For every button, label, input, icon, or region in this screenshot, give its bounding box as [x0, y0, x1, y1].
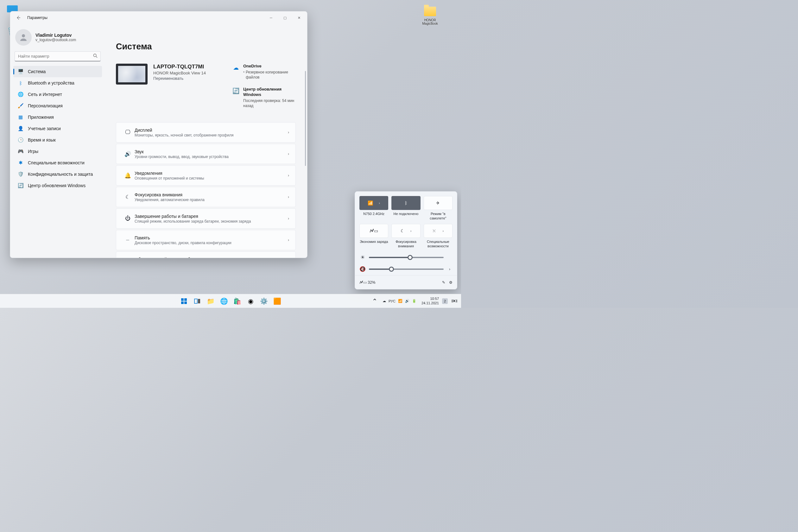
sound-icon: 🔊 [122, 151, 133, 157]
svg-point-3 [93, 54, 96, 57]
quick-tile-bluetooth[interactable]: ᛒ [392, 196, 420, 210]
volume-icon: 🔇 [359, 266, 366, 272]
quick-tile-label-saver: Экономия заряда [359, 240, 388, 249]
setting-row-storage[interactable]: ⏤ ПамятьДисковое пространство, диски, пр… [116, 230, 296, 250]
brightness-icon: ☀ [359, 254, 366, 260]
close-button[interactable]: ✕ [292, 13, 306, 22]
tray-expand[interactable]: ⌃ [371, 295, 379, 307]
back-button[interactable] [14, 13, 23, 22]
accounts-icon: 👤 [18, 126, 23, 131]
quick-tile-label-airplane: Режим "в самолете" [424, 212, 453, 221]
nav-item-gaming[interactable]: 🎮Игры [13, 146, 102, 157]
settings-sidebar: Vladimir Logutov v_logutov@outlook.com 🖥… [10, 24, 104, 258]
nav-item-privacy[interactable]: 🛡️Конфиденциальность и защита [13, 169, 102, 180]
display-icon: 🖵 [122, 129, 133, 135]
nav-item-apps[interactable]: ▦Приложения [13, 112, 102, 123]
maximize-button[interactable]: ▢ [278, 13, 292, 22]
nav-item-bluetooth[interactable]: ᛒBluetooth и устройства [13, 77, 102, 89]
setting-row-sound[interactable]: 🔊 ЗвукУровни громкости, вывод, ввод, зву… [116, 144, 296, 164]
pcmanager-button[interactable]: 🟧 [271, 295, 283, 307]
time-icon: 🕒 [18, 137, 23, 143]
nav-item-accessibility[interactable]: ✱Специальные возможности [13, 157, 102, 169]
chevron-right-icon: › [288, 216, 289, 221]
account-email: v_logutov@outlook.com [36, 38, 76, 42]
power-icon: ⏻ [122, 215, 133, 222]
onedrive-card[interactable]: ☁ OneDrive Резервное копирование файлов [232, 64, 296, 80]
chevron-right-icon: › [288, 152, 289, 156]
avatar [15, 29, 32, 45]
notifications-icon: 🔔 [122, 172, 133, 179]
edit-quick-button[interactable]: ✎ [442, 280, 445, 285]
quick-tile-access[interactable]: ⛌› [424, 224, 453, 238]
desktop-folder-honor[interactable]: HONOR MagicBook [419, 5, 441, 25]
nav-item-accounts[interactable]: 👤Учетные записи [13, 123, 102, 134]
quick-tile-label-wifi: N750 2.4GHz [359, 212, 388, 221]
setting-row-display[interactable]: 🖵 ДисплейМониторы, яркость, ночной свет,… [116, 122, 296, 142]
quick-tile-label-bluetooth: Не подключено [392, 212, 420, 221]
quick-settings-panel: 📶› N750 2.4GHz ᛒ Не подключено ✈ Режим "… [355, 191, 457, 289]
wifi-tile-icon: 📶 [368, 201, 373, 206]
volume-expand[interactable]: › [447, 267, 453, 271]
settings-content: Система LAPTOP-TQLQT7MI HONOR MagicBook … [104, 24, 307, 258]
quick-tile-airplane[interactable]: ✈ [424, 196, 453, 210]
focus-icon: ☾ [122, 194, 133, 201]
nav-item-network[interactable]: 🌐Сеть и Интернет [13, 89, 102, 100]
start-button[interactable] [178, 295, 190, 307]
chevron-right-icon: › [288, 173, 289, 178]
update-icon: 🔄 [18, 183, 23, 188]
setting-row-power[interactable]: ⏻ Завершение работы и батареяСпящий режи… [116, 208, 296, 229]
nav-item-time[interactable]: 🕒Время и язык [13, 134, 102, 146]
settings-taskbar-button[interactable]: ⚙️ [258, 295, 270, 307]
store-button[interactable]: 🛍️ [231, 295, 243, 307]
setting-row-nearby[interactable]: ↗ Обмен с устройствами поблизостиВозможн… [116, 251, 296, 258]
minimize-button[interactable]: ─ [264, 13, 278, 22]
apps-icon: ▦ [18, 114, 23, 120]
chevron-right-icon: › [379, 201, 380, 205]
svg-rect-6 [198, 299, 200, 303]
edge-button[interactable]: 🌐 [218, 295, 230, 307]
rename-link[interactable]: Переименовать [153, 76, 206, 81]
focus-tile-icon: ☾ [401, 228, 405, 233]
bluetooth-icon: ᛒ [18, 80, 23, 86]
device-thumbnail [116, 64, 148, 84]
quick-tile-saver[interactable]: 🗲▭ [359, 224, 388, 238]
saver-tile-icon: 🗲▭ [369, 228, 378, 233]
quick-tile-label-access: Специальные возможности [424, 240, 453, 249]
tray-battery-icon[interactable]: 🔋 [412, 299, 416, 303]
search-input[interactable] [15, 51, 101, 61]
clock[interactable]: 10:57 24.11.2021 [420, 297, 440, 305]
tray-lang[interactable]: РУС [388, 299, 396, 303]
setting-row-notifications[interactable]: 🔔 УведомленияОповещения от приложений и … [116, 165, 296, 186]
task-center: 📁 🌐 🛍️ ◉ ⚙️ 🟧 [178, 295, 283, 307]
account-name: Vladimir Logutov [36, 33, 76, 38]
tray-wifi-icon[interactable]: 📶 [398, 299, 402, 303]
window-titlebar: Параметры ─ ▢ ✕ [10, 12, 307, 24]
nav-item-update[interactable]: 🔄Центр обновления Windows [13, 180, 102, 191]
chrome-button[interactable]: ◉ [245, 295, 256, 307]
quick-tile-focus[interactable]: ☾› [392, 224, 420, 238]
personalization-icon: 🖌️ [18, 103, 23, 109]
system-tray: ⌃ ☁ РУС 📶 🔊 🔋 10:57 24.11.2021 2 I✕I [371, 295, 461, 307]
tray-onedrive-icon[interactable]: ☁ [382, 299, 386, 303]
tray-volume-icon[interactable]: 🔊 [405, 299, 410, 303]
notification-badge[interactable]: 2 [442, 298, 448, 304]
nav-item-system[interactable]: 🖥️Система [13, 66, 102, 77]
honor-manager-icon[interactable]: I✕I [450, 295, 459, 307]
chevron-right-icon: › [288, 238, 289, 242]
volume-slider[interactable]: 🔇 › [359, 266, 453, 272]
all-settings-button[interactable]: ⚙ [449, 280, 453, 285]
task-view-button[interactable] [191, 295, 203, 307]
scrollbar[interactable] [305, 71, 306, 166]
nav-item-personalization[interactable]: 🖌️Персонализация [13, 100, 102, 112]
settings-window: Параметры ─ ▢ ✕ Vladimir Logutov v_logut… [10, 11, 307, 258]
chevron-right-icon: › [288, 130, 289, 135]
setting-row-focus[interactable]: ☾ Фокусировка вниманияУведомления, автом… [116, 187, 296, 207]
brightness-slider[interactable]: ☀ [359, 254, 453, 260]
battery-icon: 🗲▭ [359, 280, 367, 285]
explorer-button[interactable]: 📁 [205, 295, 216, 307]
update-card[interactable]: 🔄 Центр обновления Windows Последняя про… [232, 87, 296, 108]
quick-tile-wifi[interactable]: 📶› [359, 196, 388, 210]
bluetooth-tile-icon: ᛒ [405, 201, 407, 206]
account-block[interactable]: Vladimir Logutov v_logutov@outlook.com [13, 29, 102, 51]
page-title: Система [116, 42, 296, 52]
